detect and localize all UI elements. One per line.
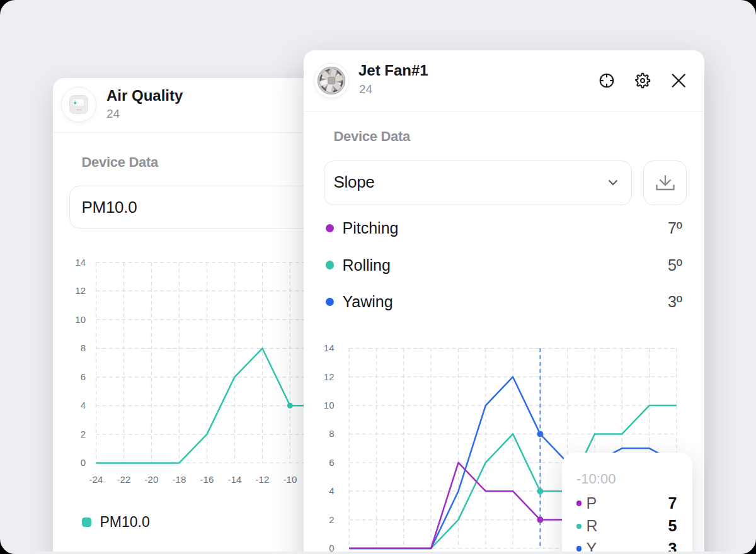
svg-text:12: 12 [324, 371, 335, 382]
svg-text:4: 4 [81, 400, 86, 410]
svg-text:2: 2 [329, 514, 334, 525]
svg-text:-22: -22 [117, 474, 131, 485]
svg-text:12: 12 [75, 285, 86, 296]
svg-text:6: 6 [81, 371, 86, 382]
svg-text:8: 8 [329, 428, 334, 439]
svg-text:2: 2 [81, 429, 86, 439]
svg-text:4: 4 [329, 485, 334, 496]
svg-text:14: 14 [75, 257, 86, 268]
svg-text:10: 10 [324, 400, 335, 410]
svg-text:-18: -18 [173, 474, 186, 485]
svg-text:14: 14 [324, 342, 335, 353]
svg-text:-24: -24 [89, 474, 103, 485]
svg-text:-14: -14 [228, 474, 242, 485]
svg-text:8: 8 [81, 342, 86, 353]
svg-text:-10: -10 [284, 474, 297, 485]
svg-text:0: 0 [81, 457, 86, 468]
svg-text:6: 6 [329, 457, 334, 468]
svg-text:-12: -12 [256, 474, 270, 485]
svg-text:-20: -20 [145, 474, 159, 485]
svg-text:-16: -16 [200, 474, 214, 485]
svg-text:10: 10 [75, 314, 86, 325]
